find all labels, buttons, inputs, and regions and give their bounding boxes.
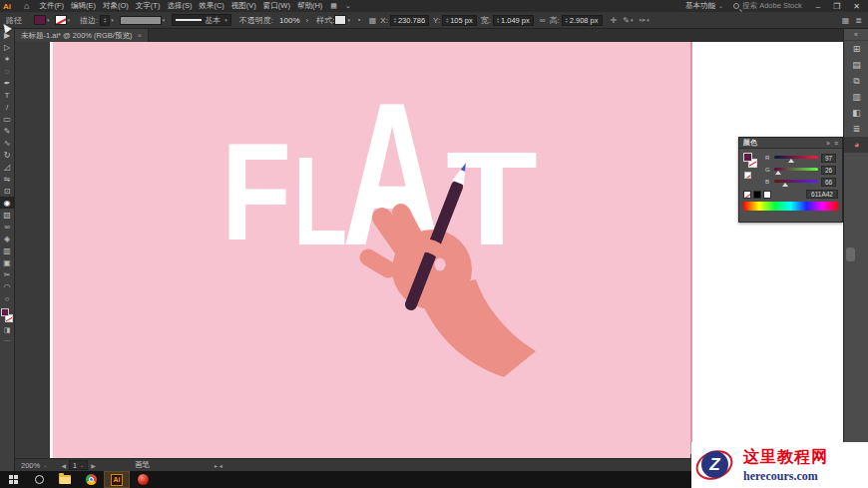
stock-search[interactable]: 搜索 Adobe Stock [733, 1, 802, 11]
color-spectrum-bar[interactable] [743, 202, 838, 211]
graphic-styles-panel-icon[interactable]: ▥ [844, 89, 868, 105]
artboard-number-select[interactable]: 1⌄ [69, 460, 88, 470]
illustrator-taskbar-button[interactable]: Ai [104, 471, 130, 488]
blue-slider-thumb[interactable] [782, 183, 788, 187]
close-button[interactable]: ✕ [853, 2, 860, 11]
style-swatch[interactable] [334, 15, 346, 25]
brushes-panel-icon[interactable]: ▤ [844, 57, 868, 73]
pencil-tool-icon[interactable]: ∿ [0, 137, 15, 149]
gradient-tool-icon[interactable]: ▧ [0, 209, 15, 221]
panel-collapse-icon[interactable]: » [826, 140, 830, 147]
link-dimensions-icon[interactable]: ∞ [540, 16, 546, 25]
document-tab[interactable]: 未标题-1.ai* @ 200% (RGB/预览) × [15, 29, 149, 42]
toolbar-more-icon[interactable]: ⋯ [0, 335, 15, 346]
layers-panel-icon[interactable]: ◧ [844, 105, 868, 121]
draw-mode-icon[interactable]: ◨ [0, 324, 15, 335]
eyedropper-tool-icon[interactable]: ◉ [0, 197, 15, 209]
panel-menu-icon[interactable]: ≣ [855, 16, 862, 25]
y-field[interactable]: ▴▾105 px [442, 15, 477, 26]
fill-indicator[interactable] [1, 308, 9, 316]
paintbrush-tool-icon[interactable]: ✎ [0, 125, 15, 137]
libraries-panel-icon[interactable]: ≣ [844, 121, 868, 137]
panel-fill-stroke-widget[interactable] [743, 153, 761, 175]
fill-stroke-widget[interactable] [1, 308, 14, 324]
blue-value-field[interactable]: 66 [821, 178, 836, 187]
rotate-tool-icon[interactable]: ↻ [0, 149, 15, 161]
zoom-level-select[interactable]: 200%⌄ [21, 461, 47, 470]
pen-tool-icon[interactable]: ✒ [0, 77, 15, 89]
pasteboard-right[interactable] [692, 42, 843, 458]
red-slider[interactable] [774, 153, 818, 163]
fill-indicator[interactable] [743, 153, 752, 162]
start-button[interactable] [0, 471, 26, 488]
menu-item[interactable]: 对象(O) [103, 1, 129, 11]
hex-value-field[interactable]: 611A42 [806, 190, 838, 199]
workspace-switcher[interactable]: 基本功能 ⌄ [685, 1, 723, 11]
symbol-sprayer-tool-icon[interactable]: ◈ [0, 233, 15, 244]
red-slider-thumb[interactable] [788, 159, 794, 163]
hand-tool-icon[interactable]: ◠ [0, 280, 15, 292]
type-tool-icon[interactable]: T [0, 89, 15, 101]
app-logo-icon[interactable]: Ai [3, 2, 11, 11]
direct-selection-tool-icon[interactable]: ▷ [0, 41, 15, 53]
menu-item[interactable]: 编辑(E) [71, 1, 96, 11]
menu-item[interactable]: 视图(V) [231, 1, 256, 11]
zoom-tool-icon[interactable]: ○ [0, 292, 15, 304]
none-swatch-icon[interactable] [744, 172, 751, 179]
menu-item[interactable]: 窗口(W) [263, 1, 290, 11]
black-swatch[interactable] [753, 191, 761, 199]
blend-tool-icon[interactable]: ∞ [0, 221, 15, 233]
menu-item[interactable]: 选择(S) [167, 1, 192, 11]
color-panel-header[interactable]: 颜色 » ≡ [739, 138, 842, 149]
green-slider[interactable] [774, 165, 818, 175]
slice-tool-icon[interactable]: ✂ [0, 268, 15, 280]
canvas[interactable]: F L A T [15, 42, 843, 458]
recolor-artwork-icon[interactable]: ◔ [356, 16, 361, 25]
menu-item[interactable]: 帮助(H) [297, 1, 322, 11]
tab-close-icon[interactable]: × [137, 31, 142, 40]
dock-expand-icon[interactable]: « [844, 29, 868, 41]
menu-item[interactable]: 效果(C) [199, 1, 223, 11]
layout-switch-icon[interactable]: ▦ [330, 2, 337, 10]
minimize-button[interactable]: – [816, 2, 820, 11]
recorder-app-button[interactable] [130, 471, 156, 488]
brush-options-icon[interactable]: ✑ [639, 16, 646, 25]
opacity-more-icon[interactable]: › [306, 16, 309, 25]
fill-color-swatch[interactable] [34, 15, 46, 25]
artboard[interactable]: F L A T [53, 42, 690, 458]
transform-grid-icon[interactable]: ▦ [369, 16, 377, 25]
next-artboard-icon[interactable]: ▶ [91, 462, 96, 469]
red-value-field[interactable]: 97 [821, 154, 836, 163]
width-profile-select[interactable] [120, 16, 162, 25]
green-slider-thumb[interactable] [775, 171, 781, 175]
arrange-documents-icon[interactable]: ▦ [842, 16, 850, 25]
blue-slider[interactable] [774, 177, 818, 187]
line-segment-tool-icon[interactable]: / [0, 101, 15, 113]
column-graph-tool-icon[interactable]: ▥ [0, 244, 15, 256]
chrome-button[interactable] [78, 471, 104, 488]
rectangle-tool-icon[interactable]: ▭ [0, 113, 15, 125]
width-field[interactable]: ▴▾1.049 px [493, 15, 534, 26]
scale-tool-icon[interactable]: ◿ [0, 161, 15, 173]
lasso-tool-icon[interactable]: ◌ [0, 65, 15, 77]
stroke-style-select[interactable]: 基本 ▾ [172, 14, 231, 26]
restore-button[interactable]: ❐ [833, 2, 840, 11]
stroke-weight-stepper[interactable]: ▴▾ [100, 15, 110, 26]
green-value-field[interactable]: 26 [821, 166, 836, 175]
cortana-button[interactable] [26, 471, 52, 488]
free-transform-tool-icon[interactable]: ⊡ [0, 185, 15, 197]
panel-menu-icon[interactable]: ≡ [834, 140, 838, 147]
magic-wand-tool-icon[interactable]: ✶ [0, 53, 15, 65]
menu-item[interactable]: 文件(F) [39, 1, 64, 11]
transform-icon[interactable]: ✛ [611, 16, 618, 25]
x-field[interactable]: ▴▾230.786 [390, 15, 429, 26]
status-collapse-icons[interactable]: ▸ ◂ [215, 462, 222, 469]
height-field[interactable]: ▴▾2.908 px [562, 15, 603, 26]
width-tool-icon[interactable]: ⇋ [0, 173, 15, 185]
menu-item[interactable]: 文字(T) [136, 1, 161, 11]
none-swatch[interactable] [743, 191, 751, 199]
color-panel-icon[interactable]: ◕ [844, 137, 868, 153]
prev-artboard-icon[interactable]: ◀ [61, 462, 66, 469]
file-explorer-button[interactable] [52, 471, 78, 488]
white-swatch[interactable] [763, 191, 771, 199]
